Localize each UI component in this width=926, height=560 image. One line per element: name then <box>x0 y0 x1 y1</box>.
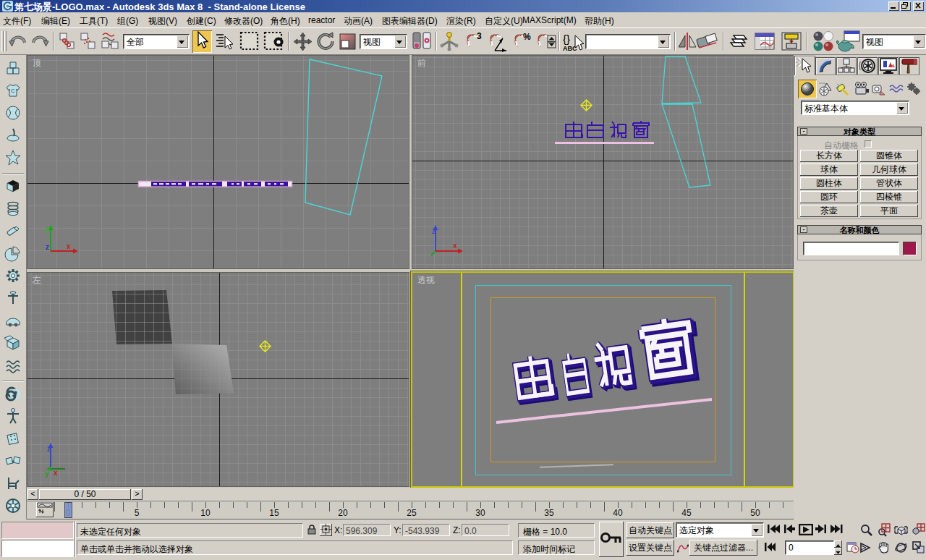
svg-text:{}: {} <box>563 33 570 45</box>
svg-text:z: z <box>432 227 436 235</box>
svg-text:3: 3 <box>477 32 482 41</box>
svg-text:z: z <box>47 445 51 453</box>
svg-text:C: C <box>11 88 15 94</box>
svg-text:%: % <box>523 32 531 42</box>
svg-text:y: y <box>45 470 49 478</box>
svg-text:y: y <box>46 225 50 233</box>
svg-text:x: x <box>54 469 58 477</box>
svg-text:x: x <box>67 242 71 250</box>
svg-text:z: z <box>46 243 49 251</box>
svg-text:x: x <box>453 242 457 250</box>
